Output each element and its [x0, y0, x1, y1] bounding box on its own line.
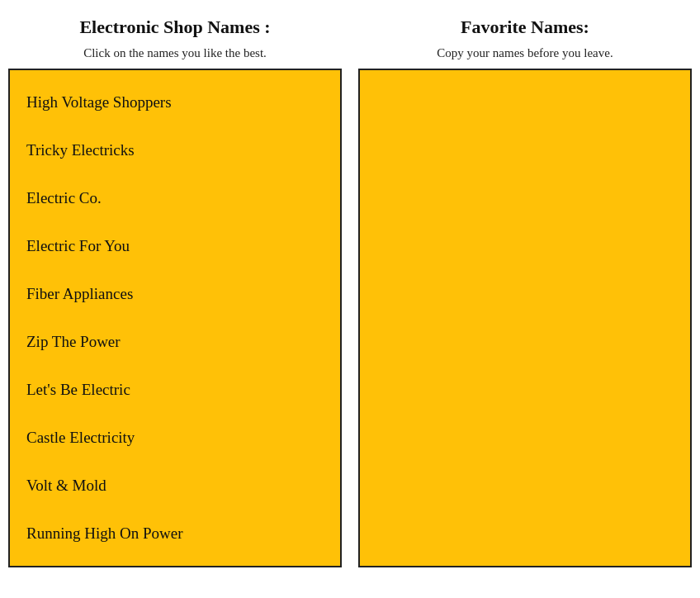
right-column-header: Favorite Names: — [358, 17, 692, 38]
left-column: Electronic Shop Names : Click on the nam… — [8, 17, 342, 567]
right-column-subtext: Copy your names before you leave. — [358, 46, 692, 60]
name-item[interactable]: Fiber Appliances — [10, 270, 340, 318]
name-item[interactable]: Volt & Mold — [10, 462, 340, 510]
name-item[interactable]: High Voltage Shoppers — [10, 78, 340, 126]
name-item[interactable]: Running High On Power — [10, 510, 340, 558]
name-item[interactable]: Tricky Electricks — [10, 126, 340, 174]
right-column: Favorite Names: Copy your names before y… — [358, 17, 692, 567]
favorites-list — [358, 69, 692, 567]
name-item[interactable]: Electric For You — [10, 222, 340, 270]
name-item[interactable]: Castle Electricity — [10, 414, 340, 462]
name-item[interactable]: Zip The Power — [10, 318, 340, 366]
names-list: High Voltage ShoppersTricky ElectricksEl… — [8, 69, 342, 567]
left-column-header: Electronic Shop Names : — [8, 17, 342, 38]
left-list-container: High Voltage ShoppersTricky ElectricksEl… — [8, 69, 342, 567]
page-wrapper: Electronic Shop Names : Click on the nam… — [0, 0, 700, 576]
name-item[interactable]: Let's Be Electric — [10, 366, 340, 414]
name-item[interactable]: Electric Co. — [10, 174, 340, 222]
left-column-subtext: Click on the names you like the best. — [8, 46, 342, 60]
